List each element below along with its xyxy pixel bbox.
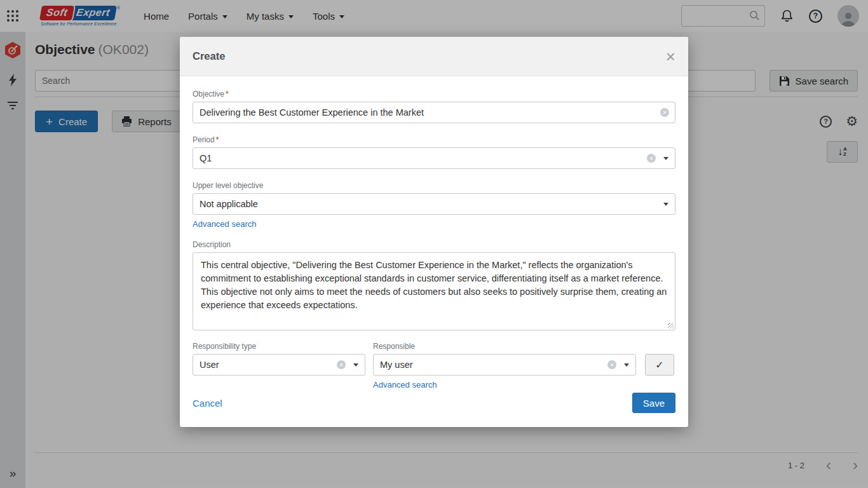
label-text: Description	[193, 240, 231, 249]
responsible-select[interactable]: My user ✕	[373, 354, 636, 376]
chevron-down-icon	[624, 363, 629, 367]
label-text: Objective	[193, 90, 224, 98]
create-objective-modal: Create × Objective* ✕ Period* Q1 ✕	[180, 37, 688, 427]
clear-icon[interactable]: ✕	[337, 360, 346, 369]
upper-level-select[interactable]: Not applicable	[193, 193, 675, 215]
chevron-down-icon	[353, 363, 358, 367]
clear-glyph: ✕	[339, 362, 344, 368]
responsible-advanced-search-link[interactable]: Advanced search	[373, 380, 437, 390]
label-text: Responsible	[373, 342, 415, 351]
check-icon: ✓	[655, 359, 663, 371]
clear-glyph: ✕	[663, 110, 667, 116]
clear-icon[interactable]: ✕	[647, 154, 656, 163]
save-label: Save	[643, 398, 665, 409]
clear-glyph: ✕	[610, 362, 614, 368]
period-select[interactable]: Q1 ✕	[193, 147, 675, 169]
label-text: Responsibility type	[193, 342, 256, 351]
upper-level-value: Not applicable	[200, 199, 656, 209]
cancel-link[interactable]: Cancel	[193, 398, 222, 409]
save-button[interactable]: Save	[632, 393, 675, 413]
upper-level-field-label: Upper level objective	[193, 181, 675, 190]
label-text: Upper level objective	[193, 181, 263, 190]
responsible-field-label: Responsible	[373, 342, 636, 351]
responsible-value: My user	[380, 360, 607, 370]
close-icon[interactable]: ×	[666, 48, 675, 65]
description-field-label: Description	[193, 240, 675, 249]
responsibility-type-select[interactable]: User ✕	[193, 354, 365, 376]
clear-icon[interactable]: ✕	[660, 108, 669, 117]
required-asterisk: *	[216, 135, 219, 144]
label-text: Period	[193, 135, 215, 144]
chevron-down-icon	[663, 157, 668, 160]
upper-level-advanced-search-link[interactable]: Advanced search	[193, 219, 256, 229]
responsibility-type-field-label: Responsibility type	[193, 342, 365, 351]
period-value: Q1	[200, 153, 647, 163]
required-asterisk: *	[226, 90, 229, 98]
period-field-label: Period*	[193, 135, 675, 144]
clear-icon[interactable]: ✕	[607, 360, 616, 369]
modal-header: Create ×	[180, 37, 688, 76]
objective-field-label: Objective*	[193, 90, 675, 98]
responsibility-type-value: User	[200, 360, 337, 370]
confirm-responsible-button[interactable]: ✓	[645, 354, 674, 376]
objective-input[interactable]	[193, 102, 675, 123]
description-textarea[interactable]: This central objective, "Delivering the …	[193, 252, 675, 330]
clear-glyph: ✕	[649, 156, 654, 161]
modal-title: Create	[193, 50, 225, 62]
chevron-down-icon	[663, 203, 668, 206]
